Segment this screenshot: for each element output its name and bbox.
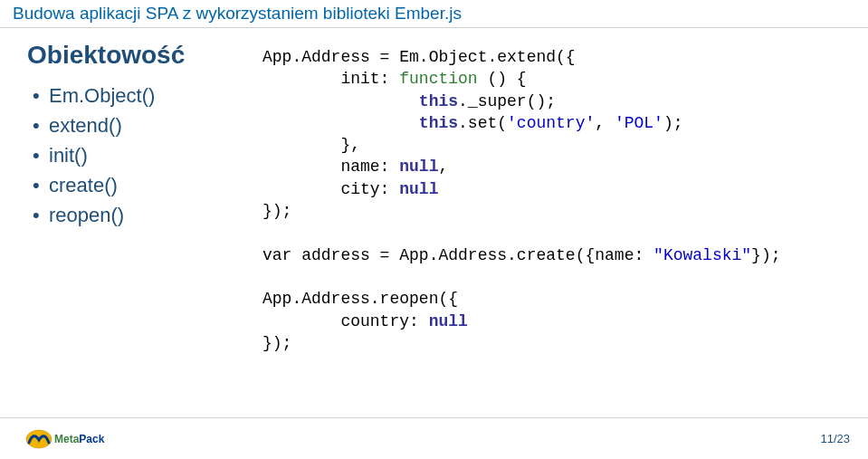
- code-part: city:: [262, 180, 399, 198]
- code-string: 'country': [507, 114, 595, 132]
- code-part: ,: [438, 158, 448, 176]
- slide-content: Obiektowość Em.Object() extend() init() …: [0, 28, 868, 354]
- list-item: init(): [33, 140, 208, 170]
- code-null: null: [429, 312, 468, 330]
- code-block: App.Address = Em.Object.extend({ init: f…: [262, 46, 855, 354]
- bullet-list: Em.Object() extend() init() create() reo…: [27, 81, 208, 230]
- code-this: this: [419, 92, 458, 110]
- code-part: country:: [262, 312, 429, 330]
- slide-header: Budowa aplikacji SPA z wykorzystaniem bi…: [0, 0, 868, 28]
- code-keyword: function: [399, 70, 477, 88]
- logo-mark-icon: [25, 429, 52, 449]
- code-line: });: [262, 334, 291, 352]
- list-item: Em.Object(): [33, 81, 208, 110]
- code-part: () {: [478, 70, 527, 88]
- code-line: App.Address = Em.Object.extend({: [262, 48, 576, 66]
- code-part: ,: [595, 114, 615, 132]
- logo-text-meta: Meta: [54, 433, 79, 445]
- code-part: );: [663, 114, 683, 132]
- logo-text: MetaPack: [54, 433, 104, 445]
- code-part: init:: [262, 70, 399, 88]
- code-line: App.Address.reopen({: [262, 290, 458, 308]
- code-part: });: [751, 246, 780, 264]
- list-item: reopen(): [33, 200, 208, 230]
- logo: MetaPack: [25, 429, 104, 449]
- page-number: 11/23: [820, 432, 850, 445]
- code-part: [262, 92, 419, 110]
- code-null: null: [399, 180, 438, 198]
- code-part: var address = App.Address.create({name:: [262, 246, 653, 264]
- list-item: extend(): [33, 110, 208, 140]
- list-item: create(): [33, 170, 208, 200]
- topic-heading: Obiektowość: [27, 41, 208, 70]
- code-part: .set(: [458, 114, 507, 132]
- slide-footer: MetaPack 11/23: [0, 417, 868, 459]
- code-line: });: [262, 202, 291, 220]
- slide-context-title: Budowa aplikacji SPA z wykorzystaniem bi…: [13, 4, 855, 24]
- left-column: Obiektowość Em.Object() extend() init() …: [27, 41, 208, 354]
- right-column: App.Address = Em.Object.extend({ init: f…: [262, 41, 855, 354]
- code-line: },: [262, 136, 360, 154]
- code-string: "Kowalski": [653, 246, 751, 264]
- code-string: 'POL': [615, 114, 663, 132]
- logo-text-pack: Pack: [79, 433, 104, 445]
- code-this: this: [419, 114, 458, 132]
- code-part: [262, 114, 419, 132]
- code-null: null: [399, 158, 438, 176]
- code-part: ._super();: [458, 92, 556, 110]
- code-part: name:: [262, 158, 399, 176]
